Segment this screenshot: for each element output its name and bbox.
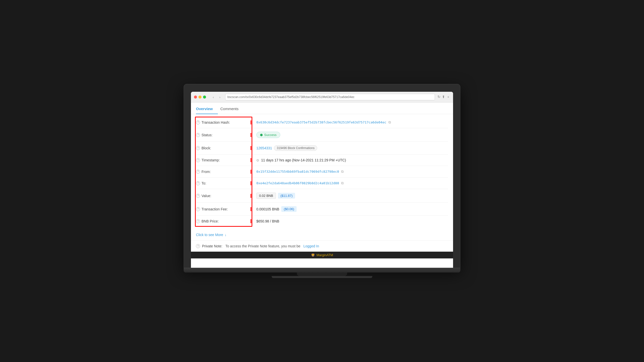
logged-in-link[interactable]: Logged In [303, 244, 319, 248]
minimize-button[interactable] [198, 96, 202, 99]
back-button[interactable]: ‹ [211, 94, 216, 100]
usd-value-badge: ($11.87) [278, 193, 295, 199]
transaction-hash-row: ? Transaction Hash: 0x630c6d34dcfe7237ea… [196, 117, 448, 128]
status-row: ? Status: Success [196, 128, 448, 142]
copy-from-icon[interactable]: ⧉ [341, 169, 344, 174]
private-note-row: ? Private Note: To access the Private No… [191, 241, 453, 252]
to-row: ? To: 0xe4e2fe2da648aedb4b06f0829b8d2c4a… [196, 177, 448, 189]
address-bar[interactable]: bscscan.com/tx/0x630c6d34dcfe7237eaab375… [225, 94, 435, 100]
from-label: ? From: [196, 170, 251, 174]
tx-fee-value: 0.000105 BNB ($0.06) [251, 206, 448, 212]
tab-comments[interactable]: Comments [220, 103, 244, 114]
to-value: 0xe4e2fe2da648aedb4b06f0829b8d2c4a01b12d… [251, 181, 448, 185]
help-icon-from[interactable]: ? [196, 170, 200, 174]
to-label: ? To: [196, 181, 251, 185]
value-label: ? Value: [196, 194, 251, 198]
tx-fee-row: ? Transaction Fee: 0.000105 BNB ($0.06) [196, 203, 448, 216]
copy-tx-hash-icon[interactable]: ⧉ [388, 120, 391, 124]
confirmations-badge: 319496 Block Confirmations [274, 145, 317, 151]
tx-fee-label: ? Transaction Fee: [196, 207, 251, 211]
bnb-value-badge: 0.02 BNB [256, 193, 276, 199]
close-button[interactable] [194, 96, 197, 99]
help-icon-to[interactable]: ? [196, 181, 200, 185]
block-label: ? Block: [196, 146, 251, 150]
block-row: ? Block: 12654331 319496 Block Confirmat… [196, 142, 448, 155]
transaction-hash-value: 0x630c6d34dcfe7237eaab375ef5d2b738fcbec5… [251, 120, 448, 124]
from-value: 0x15f32dde117554bb69fba81dc7069dfc82798e… [251, 169, 448, 174]
click-more-button[interactable]: Click to see More ↓ [191, 229, 453, 241]
laptop-foot [272, 276, 372, 278]
browser-chrome: ‹ › bscscan.com/tx/0x630c6d34dcfe7237eaa… [191, 92, 453, 103]
copy-to-icon[interactable]: ⧉ [341, 181, 344, 185]
forward-button[interactable]: › [217, 94, 223, 100]
detail-rows-container: ? Transaction Hash: 0x630c6d34dcfe7237ea… [196, 117, 448, 227]
marginatm-icon: 🦁 [311, 253, 315, 257]
tabs-bar: Overview Comments [191, 103, 453, 114]
address-text: bscscan.com/tx/0x630c6d34dcfe7237eaab375… [227, 95, 354, 99]
help-icon-block[interactable]: ? [196, 146, 200, 150]
status-badge: Success [256, 132, 280, 138]
fullscreen-button[interactable] [203, 96, 206, 99]
from-row: ? From: 0x15f32dde117554bb69fba81dc7069d… [196, 166, 448, 177]
help-icon-timestamp[interactable]: ? [196, 158, 200, 162]
timestamp-label: ? Timestamp: [196, 158, 251, 162]
bnb-price-row: ? BNB Price: $650.98 / BNB [196, 216, 448, 227]
details-table: ? Transaction Hash: 0x630c6d34dcfe7237ea… [191, 114, 453, 229]
bnb-price-value: $650.98 / BNB [251, 219, 448, 223]
help-icon-value[interactable]: ? [196, 194, 200, 198]
add-tab-icon[interactable]: ＋ [447, 95, 450, 99]
reload-icon[interactable]: ↻ [437, 95, 440, 99]
help-icon-status[interactable]: ? [196, 133, 200, 137]
browser-actions: ↻ ⬆ ＋ [437, 95, 450, 99]
tx-hash-link[interactable]: 0x630c6d34dcfe7237eaab375ef5d2b738fcbec5… [256, 120, 386, 124]
marginatm-bar: 🦁 MarginATM [191, 252, 453, 258]
traffic-lights [194, 96, 206, 99]
help-icon-tx-fee[interactable]: ? [196, 207, 200, 211]
browser-nav: ‹ › [211, 94, 223, 100]
value-value: 0.02 BNB ($11.87) [251, 193, 448, 199]
value-row: ? Value: 0.02 BNB ($11.87) [196, 189, 448, 203]
status-value: Success [251, 132, 448, 138]
page-content: Overview Comments ? [191, 103, 453, 252]
tab-overview[interactable]: Overview [196, 103, 218, 114]
from-address-link[interactable]: 0x15f32dde117554bb69fba81dc7069dfc82798e… [256, 170, 339, 173]
laptop-stand [297, 273, 347, 276]
transaction-hash-label: ? Transaction Hash: [196, 120, 251, 124]
help-icon-tx-hash[interactable]: ? [196, 120, 200, 124]
laptop-base [184, 268, 460, 273]
click-more-link[interactable]: Click to see More ↓ [196, 233, 226, 237]
status-dot [260, 134, 263, 136]
help-icon-bnb-price[interactable]: ? [196, 219, 200, 223]
usd-fee-badge: ($0.06) [281, 206, 297, 212]
clock-icon: ⊙ [256, 158, 259, 162]
share-icon[interactable]: ⬆ [442, 95, 445, 99]
timestamp-row: ? Timestamp: ⊙ 11 days 17 hrs ago (Nov-1… [196, 155, 448, 166]
status-label: ? Status: [196, 133, 251, 137]
arrow-down-icon: ↓ [225, 233, 226, 237]
help-icon-private-note[interactable]: ? [196, 244, 200, 248]
block-number-link[interactable]: 12654331 [256, 146, 272, 150]
to-address-link[interactable]: 0xe4e2fe2da648aedb4b06f0829b8d2c4a01b12d… [256, 181, 339, 185]
bnb-price-label: ? BNB Price: [196, 219, 251, 223]
timestamp-value: ⊙ 11 days 17 hrs ago (Nov-14-2021 11:21:… [251, 158, 448, 162]
block-value: 12654331 319496 Block Confirmations [251, 145, 448, 151]
